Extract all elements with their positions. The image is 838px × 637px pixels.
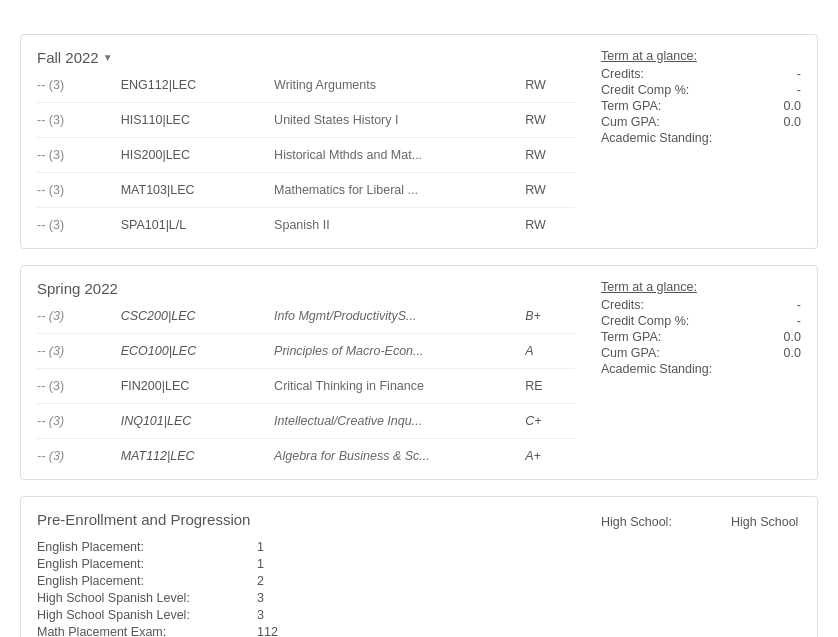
high-school-row: High School: High School — [601, 515, 801, 529]
pre-enrollment-section: Pre-Enrollment and Progression English P… — [20, 496, 818, 637]
course-id: SPA101|L/L — [121, 216, 274, 234]
course-name: Principles of Macro-Econ... — [274, 342, 525, 360]
course-grade: RW — [525, 76, 581, 94]
term-section-fall2022: Fall 2022 ▼ -- (3) ENG112|LEC Writing Ar… — [20, 34, 818, 249]
term-header-fall2022[interactable]: Fall 2022 ▼ — [37, 49, 581, 66]
glance-title: Term at a glance: — [601, 49, 801, 63]
course-grade: A — [525, 342, 581, 360]
placement-label: English Placement: — [37, 555, 237, 572]
hs-value: High School — [731, 515, 798, 529]
course-name: Intellectual/Creative Inqu... — [274, 412, 525, 430]
glance-term-gpa: Term GPA: 0.0 — [601, 99, 801, 113]
table-row: -- (3) HIS200|LEC Historical Mthds and M… — [37, 146, 581, 164]
glance-cum-gpa: Cum GPA: 0.0 — [601, 115, 801, 129]
course-credits: -- (3) — [37, 412, 121, 430]
courses-table-spring2022: -- (3) CSC200|LEC Info Mgmt/Productivity… — [37, 307, 581, 465]
table-row: -- (3) MAT103|LEC Mathematics for Libera… — [37, 181, 581, 199]
table-row: -- (3) ECO100|LEC Principles of Macro-Ec… — [37, 342, 581, 360]
course-id: HIS110|LEC — [121, 111, 274, 129]
course-name: Spanish II — [274, 216, 525, 234]
row-separator — [37, 129, 581, 146]
course-id: HIS200|LEC — [121, 146, 274, 164]
placement-label: High School Spanish Level: — [37, 606, 237, 623]
course-credits: -- (3) — [37, 447, 121, 465]
term-left-fall2022: Fall 2022 ▼ -- (3) ENG112|LEC Writing Ar… — [37, 49, 581, 234]
pre-enrollment-left: Pre-Enrollment and Progression English P… — [37, 511, 581, 637]
glance-term-gpa: Term GPA: 0.0 — [601, 330, 801, 344]
course-name: Writing Arguments — [274, 76, 525, 94]
placement-value: 1 — [237, 555, 581, 572]
table-row: -- (3) CSC200|LEC Info Mgmt/Productivity… — [37, 307, 581, 325]
placement-label: English Placement: — [37, 572, 237, 589]
course-credits: -- (3) — [37, 76, 121, 94]
course-grade: RW — [525, 111, 581, 129]
course-grade: B+ — [525, 307, 581, 325]
placement-value: 3 — [237, 606, 581, 623]
course-grade: RE — [525, 377, 581, 395]
table-row: -- (3) SPA101|L/L Spanish II RW — [37, 216, 581, 234]
course-credits: -- (3) — [37, 307, 121, 325]
placement-value: 1 — [237, 538, 581, 555]
table-row: -- (3) INQ101|LEC Intellectual/Creative … — [37, 412, 581, 430]
glance-credit-comp: Credit Comp %: - — [601, 83, 801, 97]
term-glance-spring2022: Term at a glance: Credits: - Credit Comp… — [581, 280, 801, 465]
course-credits: -- (3) — [37, 111, 121, 129]
term-header-spring2022: Spring 2022 — [37, 280, 581, 297]
course-grade: C+ — [525, 412, 581, 430]
table-row: -- (3) HIS110|LEC United States History … — [37, 111, 581, 129]
course-id: MAT103|LEC — [121, 181, 274, 199]
dropdown-arrow-icon[interactable]: ▼ — [103, 52, 113, 63]
list-item: English Placement: 2 — [37, 572, 581, 589]
list-item: High School Spanish Level: 3 — [37, 589, 581, 606]
glance-cum-gpa: Cum GPA: 0.0 — [601, 346, 801, 360]
term-name: Fall 2022 — [37, 49, 99, 66]
course-id: CSC200|LEC — [121, 307, 274, 325]
placement-label: English Placement: — [37, 538, 237, 555]
placement-label: High School Spanish Level: — [37, 589, 237, 606]
course-name: Critical Thinking in Finance — [274, 377, 525, 395]
table-row: -- (3) MAT112|LEC Algebra for Business &… — [37, 447, 581, 465]
glance-credit-comp: Credit Comp %: - — [601, 314, 801, 328]
row-separator — [37, 199, 581, 216]
row-separator — [37, 430, 581, 447]
course-id: INQ101|LEC — [121, 412, 274, 430]
course-grade: A+ — [525, 447, 581, 465]
placement-table: English Placement: 1 English Placement: … — [37, 538, 581, 637]
row-separator — [37, 360, 581, 377]
term-left-spring2022: Spring 2022 -- (3) CSC200|LEC Info Mgmt/… — [37, 280, 581, 465]
course-credits: -- (3) — [37, 342, 121, 360]
course-grade: RW — [525, 216, 581, 234]
term-glance-fall2022: Term at a glance: Credits: - Credit Comp… — [581, 49, 801, 234]
course-id: ECO100|LEC — [121, 342, 274, 360]
list-item: High School Spanish Level: 3 — [37, 606, 581, 623]
glance-standing: Academic Standing: — [601, 131, 801, 145]
placement-label: Math Placement Exam: — [37, 623, 237, 637]
course-id: ENG112|LEC — [121, 76, 274, 94]
course-id: MAT112|LEC — [121, 447, 274, 465]
glance-credits: Credits: - — [601, 298, 801, 312]
table-row: -- (3) FIN200|LEC Critical Thinking in F… — [37, 377, 581, 395]
course-grade: RW — [525, 181, 581, 199]
row-separator — [37, 164, 581, 181]
course-id: FIN200|LEC — [121, 377, 274, 395]
term-section-spring2022: Spring 2022 -- (3) CSC200|LEC Info Mgmt/… — [20, 265, 818, 480]
course-name: Mathematics for Liberal ... — [274, 181, 525, 199]
term-name: Spring 2022 — [37, 280, 118, 297]
course-credits: -- (3) — [37, 377, 121, 395]
row-separator — [37, 325, 581, 342]
list-item: Math Placement Exam: 112 — [37, 623, 581, 637]
list-item: English Placement: 1 — [37, 555, 581, 572]
glance-standing: Academic Standing: — [601, 362, 801, 376]
row-separator — [37, 395, 581, 412]
course-credits: -- (3) — [37, 216, 121, 234]
placement-value: 3 — [237, 589, 581, 606]
course-name: Algebra for Business & Sc... — [274, 447, 525, 465]
hs-label: High School: — [601, 515, 691, 529]
course-name: Historical Mthds and Mat... — [274, 146, 525, 164]
pre-enrollment-right: High School: High School — [581, 511, 801, 637]
course-name: United States History I — [274, 111, 525, 129]
row-separator — [37, 94, 581, 111]
glance-title: Term at a glance: — [601, 280, 801, 294]
course-name: Info Mgmt/ProductivityS... — [274, 307, 525, 325]
course-grade: RW — [525, 146, 581, 164]
